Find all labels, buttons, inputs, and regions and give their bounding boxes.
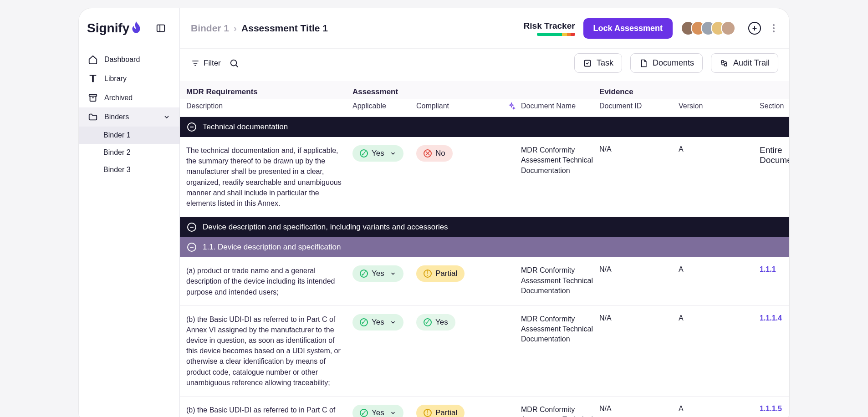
subsection-header[interactable]: 1.1. Device description and specificatio… (180, 237, 789, 257)
breadcrumb-separator: › (234, 23, 237, 34)
cell-description: (b) the Basic UDI-DI as referred to in P… (186, 405, 352, 417)
compliant-chip[interactable]: ✓Yes (416, 314, 455, 331)
filter-button[interactable]: Filter (191, 59, 221, 68)
svg-rect-0 (157, 25, 165, 32)
cell-doc-name: MDR Conformity Assessment Technical Docu… (521, 265, 599, 296)
cell-doc-id: N/A (599, 314, 679, 322)
filter-icon (191, 59, 200, 68)
cell-version: A (679, 405, 760, 413)
cell-section: Entire Document (760, 145, 789, 165)
search-icon[interactable] (229, 58, 239, 68)
collapse-icon (187, 223, 196, 232)
documents-button[interactable]: Documents (630, 53, 703, 73)
collapse-icon (187, 243, 196, 252)
svg-point-6 (230, 60, 236, 66)
audit-icon (720, 59, 729, 68)
compliant-chip[interactable]: !Partial (416, 265, 465, 282)
sidebar-top: Signify (79, 8, 179, 48)
sidebar-binder-2[interactable]: Binder 2 (79, 144, 179, 161)
applicable-chip[interactable]: ✓ Yes (352, 145, 403, 162)
svg-rect-2 (89, 95, 97, 97)
cell-description: (b) the Basic UDI-DI as referred to in P… (186, 314, 352, 388)
nav-label: Archived (104, 94, 133, 102)
document-icon (639, 59, 648, 68)
section-title: Technical documentation (203, 122, 288, 132)
audit-trail-button[interactable]: Audit Trail (711, 53, 778, 73)
nav-dashboard[interactable]: Dashboard (79, 50, 179, 69)
check-circle-icon: ✓ (360, 270, 368, 278)
logo-flame-icon (130, 21, 142, 35)
cell-description: The technical documentation and, if appl… (186, 145, 352, 208)
nav-binders-group[interactable]: Binders (79, 107, 179, 127)
check-circle-icon: ✓ (360, 409, 368, 417)
section-header[interactable]: Technical documentation (180, 117, 789, 137)
breadcrumb-parent[interactable]: Binder 1 (191, 23, 229, 34)
nav-label: Binders (104, 113, 129, 121)
subsection-title: 1.1. Device description and specificatio… (203, 243, 341, 252)
cell-applicable: ✓ Yes (352, 145, 416, 162)
cell-compliant: ✕ No (416, 145, 521, 162)
cell-version: A (679, 265, 760, 274)
sidebar-binder-1[interactable]: Binder 1 (79, 127, 179, 144)
more-menu-button[interactable] (769, 24, 778, 32)
archive-icon (88, 93, 98, 103)
table-row: (b) the Basic UDI-DI as referred to in P… (180, 306, 789, 397)
risk-tracker[interactable]: Risk Tracker (524, 21, 575, 36)
chevron-down-icon (390, 319, 396, 325)
assessment-table: MDR Requirements Assessment Evidence Des… (180, 81, 789, 417)
book-icon (88, 74, 98, 84)
cell-doc-name: MDR Conformity Assessment Technical Docu… (521, 145, 599, 176)
cell-doc-name: MDR Conformity Assessment Technical Docu… (521, 405, 599, 417)
svg-rect-10 (725, 63, 727, 66)
cell-section-link[interactable]: 1.1.1.4 (760, 314, 783, 322)
x-circle-icon: ✕ (424, 149, 432, 158)
nav-archived[interactable]: Archived (79, 88, 179, 107)
col-group-evidence: Evidence (599, 87, 679, 97)
applicable-chip[interactable]: ✓Yes (352, 405, 403, 417)
task-button[interactable]: Task (574, 53, 622, 73)
collaborator-avatars (681, 21, 735, 36)
folder-icon (88, 112, 98, 122)
panel-toggle-icon[interactable] (156, 23, 166, 33)
app-window: Signify Dashboard Library Archived Binde… (79, 8, 789, 417)
cell-version: A (679, 314, 760, 322)
table-header-groups: MDR Requirements Assessment Evidence (180, 81, 789, 99)
collapse-icon (187, 122, 196, 132)
cell-doc-name: MDR Conformity Assessment Technical Docu… (521, 314, 599, 345)
sidebar: Signify Dashboard Library Archived Binde… (79, 8, 180, 417)
col-applicable: Applicable (352, 102, 416, 110)
home-icon (88, 55, 98, 65)
check-circle-icon: ✓ (360, 149, 368, 158)
cell-doc-id: N/A (599, 145, 679, 153)
chevron-down-icon (163, 113, 170, 121)
section-title: Device description and specification, in… (203, 223, 448, 232)
chevron-down-icon (390, 150, 396, 157)
cell-version: A (679, 145, 760, 153)
applicable-chip[interactable]: ✓Yes (352, 314, 403, 331)
main: Binder 1 › Assessment Title 1 Risk Track… (180, 8, 789, 417)
nav-library[interactable]: Library (79, 69, 179, 88)
nav-label: Dashboard (104, 56, 140, 64)
avatar[interactable] (721, 21, 735, 36)
sparkle-icon[interactable] (507, 102, 516, 110)
col-version: Version (679, 102, 760, 110)
table-header-columns: Description Applicable Compliant Documen… (180, 99, 789, 117)
cell-description: (a) product or trade name and a general … (186, 265, 352, 297)
svg-rect-9 (721, 61, 724, 63)
compliant-chip[interactable]: !Partial (416, 405, 465, 417)
risk-tracker-bar (537, 33, 575, 36)
compliant-chip[interactable]: ✕ No (416, 145, 453, 162)
add-collaborator-button[interactable]: + (748, 22, 761, 35)
nav-label: Library (104, 75, 127, 83)
applicable-chip[interactable]: ✓Yes (352, 265, 403, 282)
col-doc-name: Document Name (521, 102, 599, 110)
logo: Signify (87, 21, 142, 36)
cell-section-link[interactable]: 1.1.1.5 (760, 405, 783, 413)
col-doc-id: Document ID (599, 102, 679, 110)
cell-section-link[interactable]: 1.1.1 (760, 265, 783, 274)
lock-assessment-button[interactable]: Lock Assessment (583, 18, 673, 39)
logo-text: Signify (87, 21, 129, 36)
col-compliant: Compliant (416, 102, 521, 110)
section-header[interactable]: Device description and specification, in… (180, 217, 789, 237)
sidebar-binder-3[interactable]: Binder 3 (79, 161, 179, 178)
